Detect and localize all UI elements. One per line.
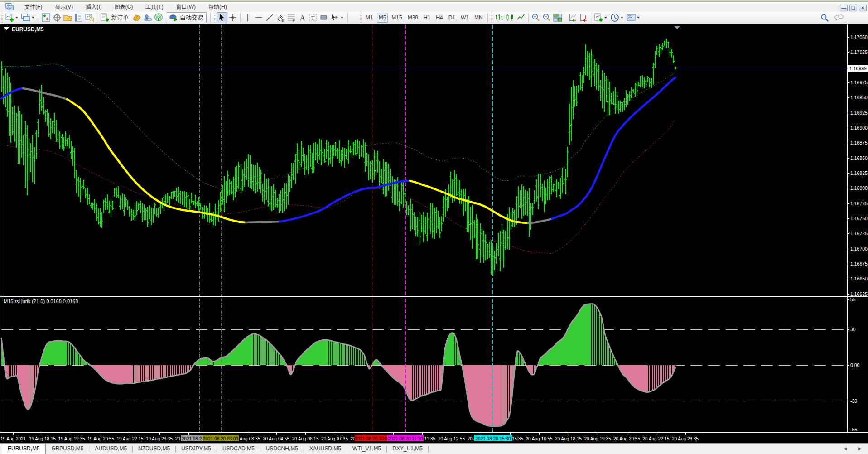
svg-text:W: W xyxy=(9,6,11,10)
svg-text:2021.08.2: 2021.08.2 xyxy=(182,436,202,441)
svg-text:0.00: 0.00 xyxy=(850,362,860,368)
svg-text:20 Aug 22:15: 20 Aug 22:15 xyxy=(643,436,670,441)
svg-text:1.16950: 1.16950 xyxy=(850,95,868,100)
svg-text:-30: -30 xyxy=(850,398,857,404)
svg-text:M15 rsi jurik (21.0) 0.0168 0.: M15 rsi jurik (21.0) 0.0168 0.0168 xyxy=(4,299,78,304)
svg-text:E: E xyxy=(282,19,284,22)
svg-text:1.16625: 1.16625 xyxy=(850,291,868,297)
svg-text:20 Aug 16:55: 20 Aug 16:55 xyxy=(526,436,553,441)
svg-text:-55: -55 xyxy=(850,427,857,432)
svg-text:1.16900: 1.16900 xyxy=(850,125,868,130)
svg-text:2021.08.20 11:30: 2021.08.20 11:30 xyxy=(388,436,423,441)
svg-text:EURUSD,M5: EURUSD,M5 xyxy=(12,26,44,33)
svg-text:20 Aug 19:35: 20 Aug 19:35 xyxy=(584,436,611,441)
svg-text:A: A xyxy=(300,14,305,22)
svg-text:19 Aug 2021: 19 Aug 2021 xyxy=(0,436,26,441)
svg-text:1.16850: 1.16850 xyxy=(850,155,868,161)
svg-text:55: 55 xyxy=(850,297,856,302)
svg-text:20 Aug 20:55: 20 Aug 20:55 xyxy=(613,436,640,441)
svg-text:2021.08.20 10:0: 2021.08.20 10:0 xyxy=(355,436,388,441)
svg-text:20 Aug 18:15: 20 Aug 18:15 xyxy=(555,436,582,441)
svg-text:1.16875: 1.16875 xyxy=(850,140,868,145)
svg-text:1.16999: 1.16999 xyxy=(849,66,867,71)
svg-text:19 Aug 20:55: 19 Aug 20:55 xyxy=(87,436,114,441)
svg-text:1.16800: 1.16800 xyxy=(850,185,868,191)
svg-text:20 Aug 07:35: 20 Aug 07:35 xyxy=(321,436,348,441)
svg-text:20 Aug 12:55: 20 Aug 12:55 xyxy=(438,436,465,441)
svg-text:19 Aug 18:15: 19 Aug 18:15 xyxy=(29,436,56,441)
svg-text:19 Aug 23:35: 19 Aug 23:35 xyxy=(146,436,173,441)
svg-text:1.16925: 1.16925 xyxy=(850,110,868,116)
svg-text:20 Aug 04:55: 20 Aug 04:55 xyxy=(263,436,289,441)
svg-text:1.16725: 1.16725 xyxy=(850,231,868,236)
svg-text:20 Aug 23:35: 20 Aug 23:35 xyxy=(672,436,699,441)
svg-text:T: T xyxy=(311,15,315,21)
svg-text:2021.08.20 03:00: 2021.08.20 03:00 xyxy=(203,436,238,441)
svg-text:2021.08.20 15:30: 2021.08.20 15:30 xyxy=(476,436,511,441)
svg-text:1.17050: 1.17050 xyxy=(850,34,868,40)
svg-text:1.16700: 1.16700 xyxy=(850,246,868,251)
svg-text:1.16750: 1.16750 xyxy=(850,216,868,221)
svg-text:1.16975: 1.16975 xyxy=(850,80,868,85)
svg-text:F: F xyxy=(293,19,294,22)
svg-text:1.16775: 1.16775 xyxy=(850,201,868,206)
svg-text:1.17025: 1.17025 xyxy=(850,49,868,55)
svg-text:1.16825: 1.16825 xyxy=(850,170,868,176)
svg-text:19 Aug 19:35: 19 Aug 19:35 xyxy=(58,436,85,441)
svg-text:20 Aug 06:15: 20 Aug 06:15 xyxy=(292,436,319,441)
svg-text:19 Aug 22:15: 19 Aug 22:15 xyxy=(117,436,144,441)
svg-text:30: 30 xyxy=(850,327,856,332)
svg-text:1.16650: 1.16650 xyxy=(850,276,868,281)
svg-text:1.16675: 1.16675 xyxy=(850,261,868,266)
